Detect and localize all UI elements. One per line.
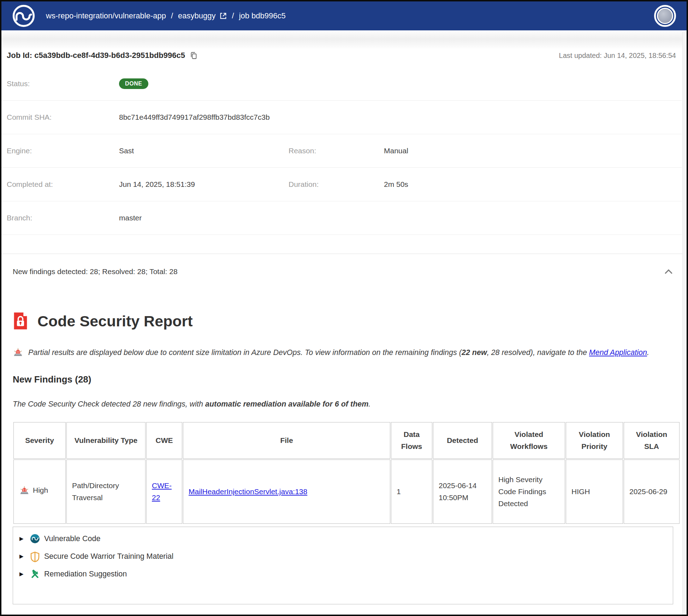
col-header-severity: Severity bbox=[13, 422, 66, 459]
completed-at-label: Completed at: bbox=[7, 180, 119, 189]
app-window: ws-repo-integration/vulnerable-app / eas… bbox=[0, 0, 688, 616]
summary-remediation-bold: automatic remediation available for 6 of… bbox=[205, 400, 368, 408]
reason-value: Manual bbox=[384, 147, 682, 155]
scrollbar[interactable] bbox=[682, 32, 687, 615]
engine-reason-row: Engine: Sast Reason: Manual bbox=[1, 134, 682, 167]
completed-duration-row: Completed at: Jun 14, 2025, 18:51:39 Dur… bbox=[1, 167, 682, 201]
finding-details-box: ▶ Vulnerable Code ▶ bbox=[13, 527, 673, 604]
notice-text-1: Partial results are displayed below due … bbox=[28, 348, 462, 357]
completed-at-value: Jun 14, 2025, 18:51:39 bbox=[119, 180, 289, 189]
findings-summary-bar[interactable]: New findings detected: 28; Resolved: 28;… bbox=[1, 254, 687, 289]
commit-sha-label: Commit SHA: bbox=[7, 113, 119, 122]
commit-row: Commit SHA: 8bc71e449ff3d749917af298ffb3… bbox=[1, 100, 682, 134]
notice-text-3: . bbox=[647, 348, 649, 357]
file-link[interactable]: MailHeaderInjectionServlet.java:138 bbox=[189, 487, 307, 496]
col-header-detected: Detected bbox=[433, 422, 492, 459]
triangle-right-icon: ▶ bbox=[19, 535, 26, 542]
severity-value: High bbox=[33, 484, 48, 496]
violated-workflows-cell: High Severity Code Findings Detected bbox=[493, 460, 565, 524]
engine-label: Engine: bbox=[7, 147, 119, 155]
mend-logo-icon bbox=[12, 4, 35, 28]
last-updated: Last updated: Jun 14, 2025, 18:56:54 bbox=[559, 52, 676, 60]
breadcrumb-separator: / bbox=[171, 11, 173, 20]
summary-text-1: The Code Security Check detected 28 new … bbox=[13, 400, 205, 408]
triangle-right-icon: ▶ bbox=[19, 571, 26, 577]
detected-cell: 2025-06-14 10:50PM bbox=[433, 460, 492, 524]
col-header-cwe: CWE bbox=[146, 422, 182, 459]
siren-icon bbox=[13, 347, 23, 357]
status-label: Status: bbox=[7, 79, 119, 88]
branch-value: master bbox=[119, 214, 682, 222]
new-findings-heading: New Findings (28) bbox=[13, 374, 672, 385]
partial-results-notice: Partial results are displayed below due … bbox=[13, 346, 672, 359]
table-row: High Path/Directory Traversal CWE-22 Mai… bbox=[13, 460, 680, 524]
spacer bbox=[1, 235, 687, 254]
tools-icon bbox=[30, 569, 40, 579]
severity-cell: High bbox=[13, 460, 66, 524]
external-link-icon bbox=[219, 12, 227, 20]
status-value: DONE bbox=[119, 78, 682, 89]
training-material-expander[interactable]: ▶ Secure Code Warrior Training Material bbox=[13, 547, 673, 565]
top-navigation-bar: ws-repo-integration/vulnerable-app / eas… bbox=[1, 1, 687, 30]
page-title: Code Security Report bbox=[37, 313, 193, 330]
breadcrumb-separator: / bbox=[232, 11, 234, 20]
col-header-violation-priority: Violation Priority bbox=[566, 422, 623, 459]
breadcrumb-project-link[interactable]: easybuggy bbox=[178, 11, 227, 20]
user-avatar[interactable] bbox=[654, 5, 676, 27]
engine-value: Sast bbox=[119, 147, 289, 155]
job-header-row: Job Id: c5a39bdb-ce8f-4d39-b6d3-2951bdb9… bbox=[1, 49, 687, 60]
mend-application-link[interactable]: Mend Application bbox=[589, 348, 647, 357]
commit-sha-value: 8bc71e449ff3d749917af298ffb37bd83fcc7c3b bbox=[119, 113, 682, 122]
file-cell: MailHeaderInjectionServlet.java:138 bbox=[183, 460, 390, 524]
breadcrumb: ws-repo-integration/vulnerable-app / eas… bbox=[46, 11, 286, 20]
header-shadow bbox=[1, 30, 687, 49]
high-severity-siren-icon bbox=[19, 485, 30, 496]
notice-text-2: , 28 resolved), navigate to the bbox=[487, 348, 589, 357]
summary-text-2: . bbox=[368, 400, 370, 408]
findings-summary-sentence: The Code Security Check detected 28 new … bbox=[13, 400, 672, 409]
job-id: Job Id: c5a39bdb-ce8f-4d39-b6d3-2951bdb9… bbox=[7, 51, 185, 60]
duration-label: Duration: bbox=[289, 180, 384, 189]
breadcrumb-repo[interactable]: ws-repo-integration/vulnerable-app bbox=[46, 11, 166, 20]
remediation-suggestion-expander[interactable]: ▶ Remediation Suggestion bbox=[13, 565, 673, 583]
collapse-findings-button[interactable] bbox=[663, 266, 674, 277]
locked-document-icon bbox=[13, 312, 28, 330]
status-badge: DONE bbox=[119, 78, 148, 89]
copy-job-id-button[interactable] bbox=[189, 51, 198, 60]
training-material-label: Secure Code Warrior Training Material bbox=[44, 552, 173, 561]
breadcrumb-project-label: easybuggy bbox=[178, 11, 215, 20]
cwe-cell: CWE-22 bbox=[146, 460, 182, 524]
breadcrumb-job: job bdb996c5 bbox=[239, 11, 286, 20]
violation-priority-cell: HIGH bbox=[566, 460, 623, 524]
mend-icon bbox=[30, 534, 40, 544]
duration-value: 2m 50s bbox=[384, 180, 682, 189]
code-security-report: Code Security Report Partial results are… bbox=[1, 312, 687, 604]
vulnerable-code-expander[interactable]: ▶ Vulnerable Code bbox=[13, 530, 673, 547]
avatar-image bbox=[657, 8, 673, 24]
col-header-violation-sla: Violation SLA bbox=[624, 422, 680, 459]
branch-label: Branch: bbox=[7, 214, 119, 222]
col-header-vulnerability-type: Vulnerability Type bbox=[66, 422, 146, 459]
violation-sla-cell: 2025-06-29 bbox=[624, 460, 680, 524]
branch-row: Branch: master bbox=[1, 201, 682, 235]
vulnerability-type-cell: Path/Directory Traversal bbox=[66, 460, 146, 524]
col-header-violated-workflows: Violated Workflows bbox=[493, 422, 565, 459]
findings-table: Severity Vulnerability Type CWE File Dat… bbox=[13, 421, 680, 525]
table-header-row: Severity Vulnerability Type CWE File Dat… bbox=[13, 422, 680, 459]
col-header-data-flows: Data Flows bbox=[391, 422, 432, 459]
cwe-link[interactable]: CWE-22 bbox=[152, 481, 172, 502]
data-flows-cell: 1 bbox=[391, 460, 432, 524]
report-title-row: Code Security Report bbox=[13, 312, 672, 330]
reason-label: Reason: bbox=[289, 147, 384, 155]
notice-count-new: 22 new bbox=[462, 348, 487, 357]
findings-summary-text: New findings detected: 28; Resolved: 28;… bbox=[13, 267, 178, 276]
col-header-file: File bbox=[183, 422, 390, 459]
triangle-right-icon: ▶ bbox=[19, 553, 26, 559]
vulnerable-code-label: Vulnerable Code bbox=[44, 534, 100, 543]
shield-icon bbox=[30, 551, 40, 561]
remediation-suggestion-label: Remediation Suggestion bbox=[44, 570, 127, 579]
status-row: Status: DONE bbox=[1, 67, 682, 100]
job-details: Status: DONE Commit SHA: 8bc71e449ff3d74… bbox=[1, 67, 687, 235]
